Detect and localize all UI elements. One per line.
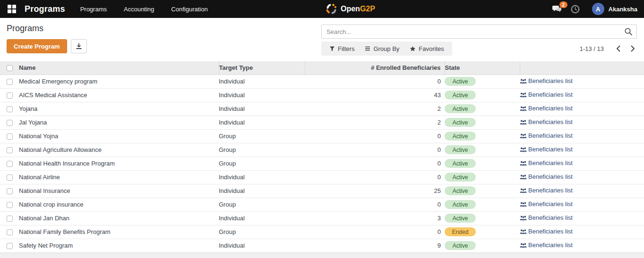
state-badge: Ended — [445, 227, 476, 236]
state-badge: Active — [445, 118, 476, 127]
cell-enrolled-count: 25 — [305, 184, 445, 198]
row-checkbox[interactable] — [7, 175, 13, 181]
users-icon — [520, 133, 527, 139]
table-row[interactable]: Jal Yojana Individual 2 Active Beneficia… — [0, 116, 644, 129]
favorites-button[interactable]: Favorites — [404, 42, 449, 56]
avatar: A — [592, 3, 604, 15]
export-button[interactable] — [71, 39, 87, 53]
row-checkbox[interactable] — [7, 120, 13, 126]
cell-target-type: Group — [219, 143, 305, 157]
beneficiaries-list-link[interactable]: Beneficiaries list — [520, 77, 573, 84]
beneficiaries-list-label: Beneficiaries list — [528, 228, 573, 235]
beneficiaries-list-label: Beneficiaries list — [528, 214, 573, 221]
cell-program-name: National crop insurance — [19, 198, 219, 211]
cell-program-name: National Health Insurance Program — [19, 157, 219, 170]
beneficiaries-list-link[interactable]: Beneficiaries list — [520, 159, 573, 166]
state-badge: Active — [445, 200, 476, 209]
beneficiaries-list-link[interactable]: Beneficiaries list — [520, 214, 573, 221]
beneficiaries-list-link[interactable]: Beneficiaries list — [520, 173, 573, 180]
cell-program-name: National Airline — [19, 170, 219, 184]
table-row[interactable]: National Insurance Individual 25 Active … — [0, 184, 644, 198]
chevron-right-icon[interactable] — [629, 44, 637, 53]
table-row[interactable]: National Health Insurance Program Group … — [0, 157, 644, 170]
cell-target-type: Group — [219, 225, 305, 239]
column-header-state[interactable]: State — [445, 61, 520, 75]
beneficiaries-list-label: Beneficiaries list — [528, 159, 573, 166]
users-icon — [520, 201, 527, 207]
table-row[interactable]: National Family Benefits Program Group 0… — [0, 225, 644, 239]
row-checkbox[interactable] — [7, 106, 13, 112]
cell-enrolled-count: 0 — [305, 225, 445, 239]
cell-enrolled-count: 9 — [305, 239, 445, 252]
table-row[interactable]: Safety Net Program Individual 9 Active B… — [0, 239, 644, 252]
users-icon — [520, 188, 527, 193]
beneficiaries-list-label: Beneficiaries list — [528, 132, 573, 139]
table-row[interactable]: National Airline Individual 0 Active Ben… — [0, 170, 644, 184]
filter-button-label: Favorites — [419, 45, 444, 52]
table-row[interactable]: Yojana Individual 2 Active Beneficiaries… — [0, 102, 644, 116]
table-row[interactable]: National crop insurance Group 0 Active B… — [0, 198, 644, 211]
users-icon — [520, 119, 527, 125]
menu-item-programs[interactable]: Programs — [80, 4, 107, 15]
row-checkbox[interactable] — [7, 161, 13, 167]
beneficiaries-list-link[interactable]: Beneficiaries list — [520, 187, 573, 194]
beneficiaries-list-link[interactable]: Beneficiaries list — [520, 200, 573, 208]
table-footer-area — [0, 253, 644, 258]
create-program-button[interactable]: Create Program — [7, 39, 67, 53]
beneficiaries-list-link[interactable]: Beneficiaries list — [520, 105, 573, 112]
table-row[interactable]: National Yojna Group 0 Active Beneficiar… — [0, 129, 644, 143]
cell-enrolled-count: 0 — [305, 129, 445, 143]
beneficiaries-list-label: Beneficiaries list — [528, 91, 573, 98]
users-icon — [520, 242, 527, 248]
filter-icon — [329, 46, 335, 51]
apps-icon[interactable] — [7, 4, 17, 14]
state-badge: Active — [445, 77, 476, 86]
beneficiaries-list-label: Beneficiaries list — [528, 200, 573, 208]
column-header-target-type[interactable]: Target Type — [219, 61, 305, 75]
select-all-checkbox[interactable] — [7, 65, 13, 71]
row-checkbox[interactable] — [7, 92, 13, 99]
row-checkbox[interactable] — [7, 229, 13, 235]
table-row[interactable]: National Agriculture Allowance Group 0 A… — [0, 143, 644, 157]
breadcrumb: Programs — [7, 24, 321, 33]
row-checkbox[interactable] — [7, 133, 13, 140]
filters-button[interactable]: Filters — [324, 42, 360, 56]
table-row[interactable]: AICS Medical Assistance Individual 43 Ac… — [0, 88, 644, 102]
menu-item-configuration[interactable]: Configuration — [171, 4, 207, 15]
users-icon — [520, 106, 527, 111]
activities-icon[interactable] — [571, 5, 580, 14]
beneficiaries-list-link[interactable]: Beneficiaries list — [520, 132, 573, 139]
beneficiaries-list-link[interactable]: Beneficiaries list — [520, 91, 573, 98]
cell-target-type: Individual — [219, 239, 305, 252]
row-checkbox[interactable] — [7, 188, 13, 194]
messages-icon[interactable]: 2 — [552, 5, 562, 13]
cell-enrolled-count: 0 — [305, 170, 445, 184]
cell-program-name: National Jan Dhan — [19, 211, 219, 225]
column-header-enrolled[interactable]: # Enrolled Beneficiaries — [305, 61, 445, 75]
table-row[interactable]: Medical Emergency program Individual 0 A… — [0, 75, 644, 88]
cell-enrolled-count: 0 — [305, 157, 445, 170]
beneficiaries-list-link[interactable]: Beneficiaries list — [520, 118, 573, 125]
cell-enrolled-count: 2 — [305, 102, 445, 116]
cell-enrolled-count: 2 — [305, 116, 445, 129]
beneficiaries-list-link[interactable]: Beneficiaries list — [520, 146, 573, 153]
row-checkbox[interactable] — [7, 243, 13, 249]
row-checkbox[interactable] — [7, 216, 13, 222]
row-checkbox[interactable] — [7, 202, 13, 208]
search-icon[interactable] — [624, 27, 633, 38]
group-by-button[interactable]: Group By — [360, 42, 404, 56]
search-input[interactable] — [322, 25, 636, 38]
cell-target-type: Group — [219, 129, 305, 143]
users-icon — [520, 78, 527, 84]
menu-item-accounting[interactable]: Accounting — [124, 4, 154, 15]
state-badge: Active — [445, 132, 476, 141]
row-checkbox[interactable] — [7, 147, 13, 153]
table-row[interactable]: National Jan Dhan Individual 3 Active Be… — [0, 211, 644, 225]
row-checkbox[interactable] — [7, 79, 13, 85]
user-menu[interactable]: A Akanksha — [592, 3, 637, 15]
cell-program-name: Safety Net Program — [19, 239, 219, 252]
beneficiaries-list-link[interactable]: Beneficiaries list — [520, 241, 573, 249]
chevron-left-icon[interactable] — [614, 44, 622, 53]
beneficiaries-list-link[interactable]: Beneficiaries list — [520, 228, 573, 235]
column-header-name[interactable]: Name — [19, 61, 219, 75]
